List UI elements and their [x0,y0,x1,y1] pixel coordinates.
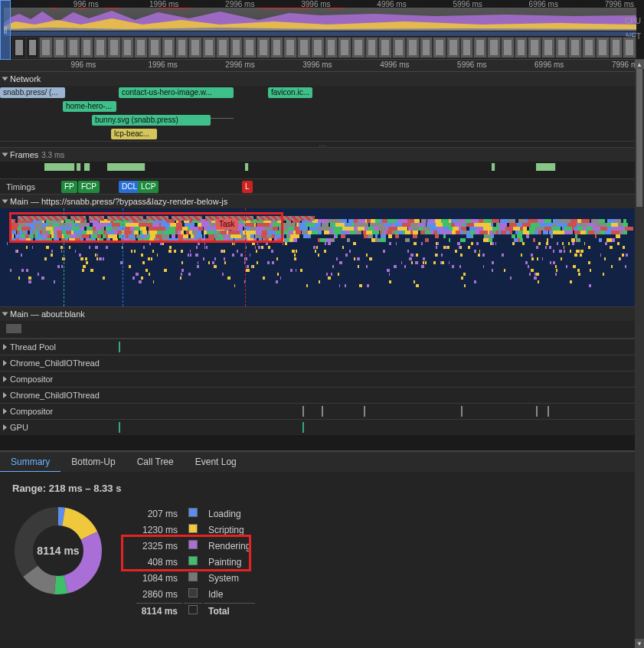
flame-bar[interactable] [97,254,98,257]
flame-bar[interactable] [389,273,390,276]
flame-bar[interactable] [292,250,295,253]
flame-bar[interactable] [574,254,577,257]
flame-bar[interactable] [557,242,558,245]
flame-bar[interactable] [531,269,533,272]
flame-bar[interactable] [256,250,257,253]
track-child-io-thread[interactable]: Chrome_ChildIOThread [0,355,644,371]
overview-panel[interactable]: 996 ms 1996 ms 2996 ms 3996 ms 4996 ms 5… [0,0,644,60]
flame-bar[interactable] [395,234,399,238]
flame-bar[interactable] [355,231,361,234]
flame-bar[interactable] [559,231,565,234]
flame-bar[interactable] [99,238,103,242]
frame-item[interactable] [107,163,145,171]
flame-bar[interactable] [69,246,71,249]
flame-bar[interactable] [367,284,369,287]
flame-bar[interactable] [423,257,425,260]
flame-bar[interactable] [336,257,338,260]
flame-bar[interactable] [234,242,235,245]
track-gpu[interactable]: GPU [0,419,644,435]
flame-bar[interactable] [38,273,39,276]
flame-bar[interactable] [466,234,472,238]
flame-bar[interactable] [267,261,269,264]
flame-bar[interactable] [472,234,473,238]
track-compositor-2[interactable]: Compositor [0,403,644,419]
flame-bar[interactable] [339,261,342,264]
overview-range-handle[interactable]: || [0,0,11,60]
flame-bar[interactable] [141,254,144,257]
flame-bar[interactable] [401,261,402,264]
flame-bar[interactable] [617,242,619,245]
flame-bar[interactable] [457,242,459,245]
flame-bar[interactable] [86,261,88,264]
flame-bar[interactable] [416,284,419,287]
flame-bar[interactable] [383,250,385,253]
flame-bar[interactable] [136,273,139,276]
flame-bar[interactable] [461,277,464,280]
main-flame-chart[interactable]: Task [0,208,644,306]
flame-bar[interactable] [65,238,69,242]
flame-bar[interactable] [196,246,198,249]
flame-bar[interactable] [51,250,53,253]
flame-bar[interactable] [534,277,537,280]
flame-bar[interactable] [69,238,74,242]
flame-bar[interactable] [198,261,198,264]
flame-bar[interactable] [83,265,86,268]
flame-bar[interactable] [369,257,372,260]
flame-bar[interactable] [564,250,566,253]
flame-bar[interactable] [75,250,76,253]
flame-bar[interactable] [152,250,154,253]
flame-bar[interactable] [536,246,538,249]
flame-bar[interactable] [46,246,48,249]
flame-bar[interactable] [404,265,406,268]
flame-bar[interactable] [566,265,567,268]
flame-bar[interactable] [103,257,104,260]
network-request-bar[interactable]: contact-us-hero-image.w... [119,87,234,98]
flame-bar[interactable] [471,242,473,245]
flame-bar[interactable] [57,265,60,268]
flame-bar[interactable] [479,250,481,253]
flame-bar[interactable] [443,246,446,249]
scroll-up-icon[interactable]: ▲ [635,60,644,69]
flame-bar[interactable] [206,246,208,249]
timing-marker-load[interactable]: L [242,181,253,193]
flame-bar[interactable] [214,265,216,268]
flame-bar[interactable] [483,265,484,268]
flame-bar[interactable] [21,269,24,272]
track-thread-pool[interactable]: Thread Pool [0,339,644,355]
flame-bar[interactable] [154,238,159,242]
flame-bar[interactable] [157,254,158,257]
flame-bar[interactable] [108,238,111,242]
flame-bar[interactable] [543,231,548,234]
flame-bar[interactable] [276,280,278,283]
flame-bar[interactable] [258,246,260,249]
flame-bar[interactable] [338,273,339,276]
flame-bar[interactable] [555,265,557,268]
flame-bar[interactable] [396,242,397,245]
flame-bar[interactable] [561,257,563,260]
flame-bar[interactable] [75,238,81,242]
timing-marker-dcl[interactable]: DCL [119,181,140,193]
main-blank-track[interactable] [0,321,644,338]
flame-bar[interactable] [579,238,581,242]
flame-bar[interactable] [538,231,541,234]
flame-bar[interactable] [80,257,83,260]
tab-event-log[interactable]: Event Log [185,451,247,473]
flame-bar[interactable] [204,242,205,245]
flame-bar[interactable] [144,238,149,242]
flame-bar[interactable] [474,250,476,253]
flame-bar[interactable] [625,265,626,268]
flame-bar[interactable] [280,277,281,280]
flame-bar[interactable] [529,231,535,234]
flame-bar[interactable] [611,265,612,268]
flame-bar[interactable] [178,238,184,242]
flame-bar[interactable] [47,238,52,242]
flame-bar[interactable] [54,238,60,242]
flame-bar[interactable] [247,265,249,268]
flame-bar[interactable] [181,273,182,276]
flame-bar[interactable] [492,269,493,272]
timing-marker-fcp[interactable]: FCP [78,181,100,193]
task-block[interactable] [6,324,21,333]
flame-bar[interactable] [308,234,311,238]
flame-bar[interactable] [389,242,391,245]
flame-bar[interactable] [28,277,31,280]
